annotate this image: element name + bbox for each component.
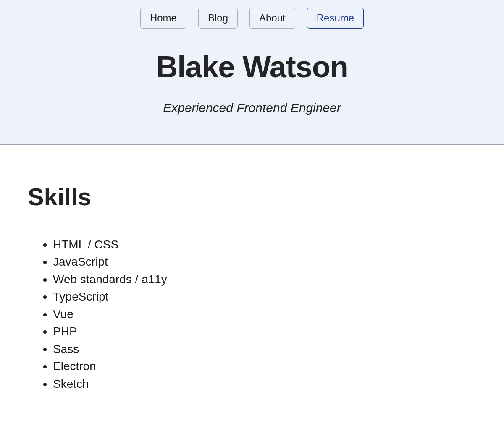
nav-blog[interactable]: Blog [198, 8, 238, 29]
list-item: Sass [53, 340, 476, 358]
page-subtitle: Experienced Frontend Engineer [0, 101, 504, 115]
page-title: Blake Watson [0, 50, 504, 84]
main-content: Skills HTML / CSS JavaScript Web standar… [0, 145, 504, 409]
list-item: PHP [53, 323, 476, 340]
skills-list: HTML / CSS JavaScript Web standards / a1… [28, 236, 476, 392]
main-nav: Home Blog About Resume [0, 0, 504, 50]
list-item: TypeScript [53, 288, 476, 305]
nav-resume[interactable]: Resume [307, 8, 364, 29]
skills-heading: Skills [28, 183, 476, 211]
list-item: HTML / CSS [53, 236, 476, 253]
list-item: Electron [53, 358, 476, 375]
list-item: Sketch [53, 375, 476, 392]
list-item: Web standards / a11y [53, 271, 476, 288]
list-item: JavaScript [53, 253, 476, 270]
page-header: Home Blog About Resume Blake Watson Expe… [0, 0, 504, 145]
nav-about[interactable]: About [249, 8, 295, 29]
list-item: Vue [53, 306, 476, 323]
nav-home[interactable]: Home [140, 8, 186, 29]
